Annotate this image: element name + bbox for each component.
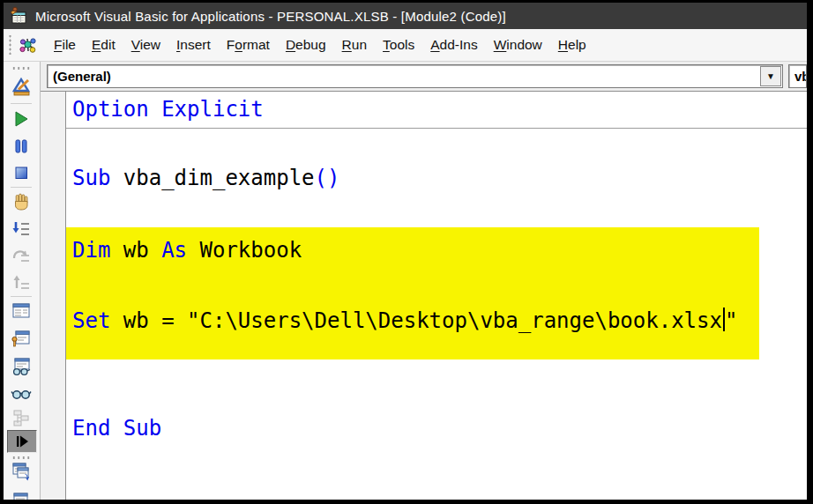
window-inner: Microsoft Visual Basic for Applications … — [4, 3, 807, 500]
toolbar-separator — [11, 103, 32, 104]
menu-item-insert[interactable]: Insert — [168, 33, 219, 57]
immediate-window-icon — [11, 328, 32, 349]
design-mode-button[interactable] — [9, 75, 34, 98]
menu-item-run[interactable]: Run — [334, 33, 375, 57]
toolbar-overflow-button[interactable] — [7, 430, 37, 453]
title-bar: Microsoft Visual Basic for Applications … — [4, 3, 807, 29]
menu-item-help[interactable]: Help — [550, 33, 594, 57]
menu-item-edit[interactable]: Edit — [84, 33, 123, 57]
quick-watch-icon — [11, 382, 32, 404]
quick-watch-button[interactable] — [9, 382, 34, 404]
object-dropdown[interactable]: (General) ▼ — [47, 64, 783, 88]
keyword-token: Option Explicit — [72, 97, 264, 122]
menu-item-debug[interactable]: Debug — [278, 33, 334, 57]
main-column: (General) ▼ vb Option ExplicitSub vba_di… — [41, 62, 807, 500]
break-button[interactable] — [9, 135, 34, 158]
toolbar-separator — [11, 296, 32, 297]
object-dropdown-value: (General) — [48, 69, 760, 84]
code-line[interactable]: End Sub — [72, 414, 161, 442]
procedure-dropdown-value: vb — [789, 69, 807, 84]
toolbar-separator — [11, 187, 32, 188]
step-out-icon — [11, 272, 31, 292]
run-icon — [11, 109, 31, 129]
break-on-errors-button[interactable] — [9, 190, 34, 213]
toolbar-grip[interactable] — [11, 66, 31, 70]
step-into-button[interactable] — [9, 218, 34, 241]
call-stack-icon — [11, 407, 32, 428]
code-line[interactable]: Set wb = "C:\Users\Dell\Desktop\vba_rang… — [72, 307, 737, 335]
margin-indicator-bar[interactable] — [41, 92, 66, 500]
chevron-down-icon: ▼ — [766, 72, 775, 81]
properties-window-button[interactable] — [9, 490, 34, 500]
run-button[interactable] — [9, 107, 34, 130]
object-dropdown-button[interactable]: ▼ — [760, 66, 781, 86]
menu-bar: FileEditViewInsertFormatDebugRunToolsAdd… — [4, 29, 807, 62]
watch-window-icon — [11, 356, 32, 377]
debug-toolbar — [4, 62, 41, 500]
code-line[interactable]: Dim wb As Workbook — [72, 236, 302, 264]
menu-item-file[interactable]: File — [46, 33, 84, 57]
design-mode-icon — [11, 76, 32, 97]
menu-items: FileEditViewInsertFormatDebugRunToolsAdd… — [46, 33, 594, 57]
menu-item-window[interactable]: Window — [486, 33, 550, 57]
reset-icon — [11, 163, 31, 182]
project-explorer-button[interactable] — [9, 460, 34, 483]
code-line[interactable]: Sub vba_dim_example() — [72, 164, 339, 192]
call-stack-button[interactable] — [9, 406, 34, 429]
code-token: wb = "C:\Users\Dell\Desktop\vba_range\bo… — [110, 308, 722, 333]
menu-item-format[interactable]: Format — [219, 33, 278, 57]
vba-editor-window: Microsoft Visual Basic for Applications … — [0, 0, 813, 504]
keyword-token: End Sub — [72, 416, 161, 441]
menu-item-view[interactable]: View — [123, 33, 168, 57]
combo-row: (General) ▼ vb — [41, 62, 807, 92]
code-token: Workbook — [187, 238, 302, 263]
keyword-token: Set — [72, 308, 110, 333]
view-microsoft-excel-icon[interactable] — [18, 34, 39, 56]
window-with-arrow-icon — [11, 461, 32, 482]
menu-item-tools[interactable]: Tools — [375, 33, 422, 57]
body-row: (General) ▼ vb Option ExplicitSub vba_di… — [4, 62, 807, 500]
keyword-token: As — [161, 238, 187, 263]
keyword-token: Dim — [72, 238, 110, 263]
window-title: Microsoft Visual Basic for Applications … — [35, 9, 506, 24]
step-over-button[interactable] — [9, 244, 34, 267]
reset-button[interactable] — [9, 161, 34, 184]
locals-window-button[interactable] — [9, 300, 34, 322]
window-down-arrow-icon — [11, 491, 32, 500]
code-token: " — [725, 308, 737, 333]
code-line[interactable]: Option Explicit — [72, 95, 264, 123]
code-token: wb — [110, 238, 161, 263]
hand-icon — [11, 192, 31, 211]
menu-item-addins[interactable]: Add-Ins — [422, 33, 485, 57]
locals-window-icon — [11, 300, 32, 322]
code-token: vba_dim_example — [110, 166, 314, 190]
keyword-token: Sub — [72, 166, 110, 190]
overflow-arrow-icon — [14, 434, 30, 448]
procedure-dropdown[interactable]: vb — [788, 64, 807, 88]
watch-window-button[interactable] — [9, 355, 34, 378]
break-icon — [11, 137, 31, 156]
immediate-window-button[interactable] — [9, 327, 34, 350]
step-into-icon — [11, 219, 31, 239]
step-out-button[interactable] — [9, 271, 34, 293]
step-over-icon — [11, 246, 31, 265]
vba-app-icon — [9, 6, 28, 26]
procedure-divider — [66, 128, 807, 129]
keyword-token: () — [315, 166, 340, 190]
toolbar-grip[interactable] — [8, 35, 12, 55]
code-window[interactable]: Option ExplicitSub vba_dim_example()Dim … — [41, 92, 807, 500]
